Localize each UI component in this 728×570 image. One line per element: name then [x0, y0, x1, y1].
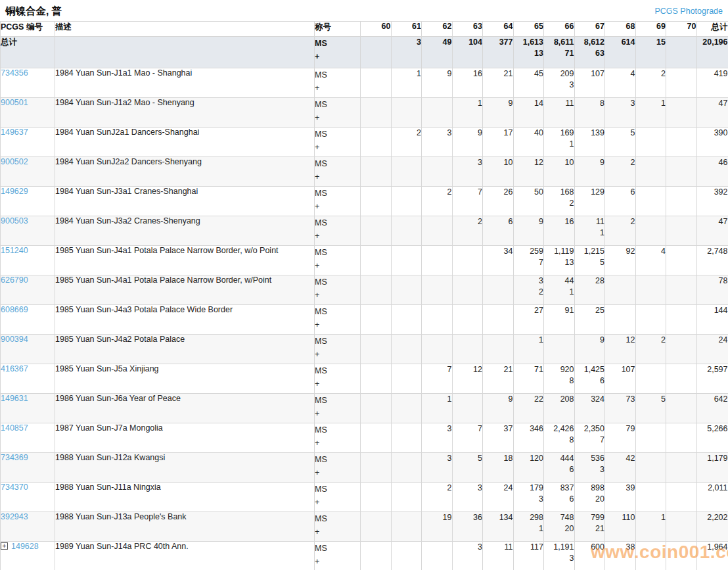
- pcgs-number-link[interactable]: 151240: [1, 246, 28, 255]
- designation-plus: +: [315, 170, 360, 183]
- pcgs-number-link[interactable]: 734356: [1, 68, 28, 78]
- grade-64-cell: 21: [483, 68, 514, 98]
- grade-60-cell: [361, 512, 392, 542]
- grade-66-cell: 208: [544, 394, 575, 423]
- totals-grade-69: 15: [635, 37, 666, 68]
- table-row: 416367 1985 Yuan Sun-J5a Xinjiang MS + 7…: [1, 364, 728, 394]
- pcgs-number-link[interactable]: 149637: [1, 128, 28, 137]
- pcgs-number-link[interactable]: 900501: [1, 98, 28, 107]
- grade-70-cell: [666, 335, 697, 364]
- grade-60-cell: [361, 68, 392, 98]
- pcgs-number-link[interactable]: 149628: [11, 542, 39, 551]
- pcgs-number-link[interactable]: 734369: [1, 453, 28, 462]
- total-cell: 1,964: [696, 542, 728, 570]
- designation-cell: MS +: [315, 512, 361, 542]
- designation-cell: MS +: [315, 157, 361, 187]
- grade-70-cell: [666, 542, 697, 570]
- grade-67-cell: 1,4256: [574, 364, 605, 394]
- table-row: 734369 1988 Yuan Sun-J12a Kwangsi MS + 3…: [1, 453, 728, 483]
- pcgs-number-cell: 734356: [1, 68, 55, 98]
- designation-ms: MS: [315, 542, 360, 555]
- grade-60-cell: [361, 216, 392, 246]
- expand-icon[interactable]: [1, 542, 8, 550]
- designation-ms: MS: [315, 394, 360, 407]
- grade-63-cell: [452, 246, 483, 275]
- pcgs-number-link[interactable]: 149631: [1, 394, 28, 403]
- grade-63-cell: 12: [452, 364, 483, 394]
- total-cell: 46: [696, 157, 728, 187]
- grade-64-cell: 11: [483, 542, 514, 570]
- grade-70-cell: [666, 394, 697, 423]
- grade-67-cell: 9: [574, 335, 605, 364]
- grade-70-cell: [666, 246, 697, 275]
- pcgs-number-link[interactable]: 734370: [1, 483, 28, 492]
- table-row: 734370 1988 Yuan Sun-J11a Ningxia MS + 2…: [1, 483, 728, 512]
- grade-66-cell: 1691: [544, 128, 575, 157]
- grade-67-cell: 324: [574, 394, 605, 423]
- grade-64-cell: 6: [483, 216, 514, 246]
- grade-65-cell: 346: [513, 423, 544, 453]
- pcgs-number-link[interactable]: 140857: [1, 423, 28, 433]
- pcgs-number-link[interactable]: 149629: [1, 187, 28, 196]
- grade-70-cell: [666, 128, 697, 157]
- pcgs-number-cell: 734369: [1, 453, 55, 483]
- designation-cell: MS +: [315, 275, 361, 305]
- grade-64-cell: 134: [483, 512, 514, 542]
- grade-68-cell: 73: [605, 394, 636, 423]
- grade-67-cell: 111: [574, 216, 605, 246]
- grade-61-cell: 1: [391, 68, 422, 98]
- pcgs-number-link[interactable]: 900503: [1, 216, 28, 226]
- coin-description: 1984 Yuan Sun-J3a2 Cranes-Shenyang: [55, 216, 315, 246]
- total-cell: 24: [696, 335, 728, 364]
- total-cell: 47: [696, 98, 728, 128]
- designation-plus: +: [315, 437, 360, 450]
- grade-61-cell: [391, 275, 422, 305]
- col-header-grade-67: 67: [574, 22, 605, 37]
- grade-64-cell: 10: [483, 157, 514, 187]
- grade-62-cell: 3: [422, 128, 453, 157]
- pcgs-number-link[interactable]: 900394: [1, 335, 28, 344]
- grade-69-cell: 5: [635, 394, 666, 423]
- grade-60-cell: [361, 157, 392, 187]
- table-row: 392943 1988 Yuan Sun-J13a People's Bank …: [1, 512, 728, 542]
- grade-68-cell: 4: [605, 68, 636, 98]
- pcgs-photograde-link[interactable]: PCGS Photograde: [654, 7, 723, 16]
- grade-61-cell: [391, 512, 422, 542]
- grade-70-cell: [666, 98, 697, 128]
- grade-68-cell: 107: [605, 364, 636, 394]
- grade-60-cell: [361, 246, 392, 275]
- grade-62-cell: [422, 157, 453, 187]
- grade-64-cell: 17: [483, 128, 514, 157]
- grade-61-cell: 2: [391, 128, 422, 157]
- grade-70-cell: [666, 275, 697, 305]
- grade-62-cell: 3: [422, 423, 453, 453]
- grade-65-cell: 22: [513, 394, 544, 423]
- designation-ms: MS: [315, 483, 360, 496]
- pcgs-number-link[interactable]: 416367: [1, 364, 28, 373]
- grade-70-cell: [666, 512, 697, 542]
- totals-grade-61: 3: [391, 37, 422, 68]
- pcgs-number-link[interactable]: 608669: [1, 305, 28, 314]
- grade-64-cell: [483, 335, 514, 364]
- pcgs-number-link[interactable]: 900502: [1, 157, 28, 166]
- col-header-pcgs-number: PCGS 编号: [1, 22, 55, 37]
- grade-61-cell: [391, 305, 422, 335]
- designation-ms: MS: [315, 37, 360, 50]
- grade-67-cell: 129: [574, 187, 605, 216]
- grade-68-cell: 79: [605, 423, 636, 453]
- pcgs-number-link[interactable]: 392943: [1, 512, 28, 521]
- designation-cell: MS +: [315, 68, 361, 98]
- pcgs-number-link[interactable]: 626790: [1, 275, 28, 285]
- grade-68-cell: 3: [605, 98, 636, 128]
- grade-70-cell: [666, 364, 697, 394]
- grade-63-cell: 16: [452, 68, 483, 98]
- designation-plus: +: [315, 407, 360, 420]
- total-cell: 5,266: [696, 423, 728, 453]
- pcgs-number-cell: 734370: [1, 483, 55, 512]
- pcgs-number-cell: 626790: [1, 275, 55, 305]
- grade-64-cell: 21: [483, 364, 514, 394]
- coin-description: 1984 Yuan SunJ2a2 Dancers-Shenyang: [55, 157, 315, 187]
- grade-67-cell: 28: [574, 275, 605, 305]
- coin-description: 1989 Yuan Sun-J14a PRC 40th Ann.: [55, 542, 315, 570]
- coin-description: 1985 Yuan Sun-J4a3 Potala Palace Wide Bo…: [55, 305, 315, 335]
